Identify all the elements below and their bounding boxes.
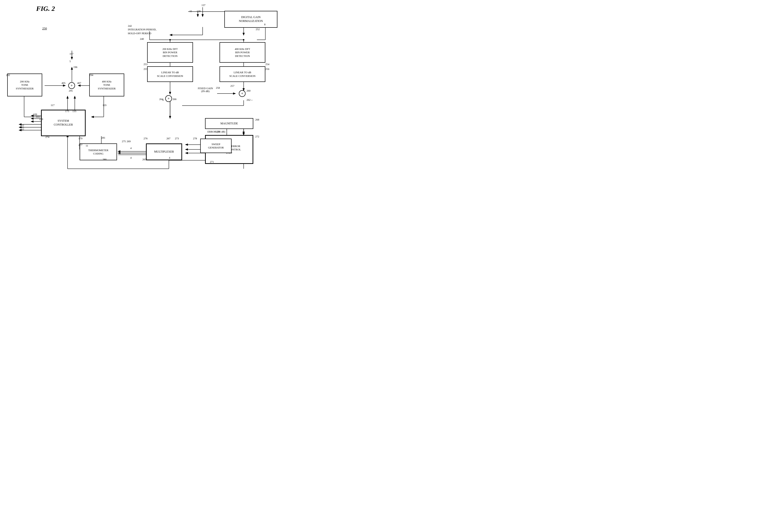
ref-294: 294 <box>89 74 93 77</box>
sum-circle-right: + <box>239 90 246 97</box>
sum-circle-tone: + <box>68 82 75 89</box>
dft-400-box: 400 KHz DFT BIN POWER DETECTION <box>220 42 265 63</box>
thermometer-box: THERMOMETER CODING <box>80 143 117 160</box>
digital-gain-box: DIGITAL GAIN NORMALIZATION <box>224 11 278 28</box>
ref-270: 270 <box>216 130 220 133</box>
multiplexer-box: MULTIPLEXER <box>146 143 182 160</box>
plus-sign-left: + <box>162 98 164 102</box>
ref-11: 11 <box>86 144 88 147</box>
ref-8: 8 <box>264 23 265 26</box>
ref-256: 256 <box>265 68 269 71</box>
ref-139: 139 <box>197 10 201 13</box>
minus-sign-right: − <box>251 98 253 102</box>
ref-197: 197 <box>70 52 74 55</box>
figure-title: FIG. 2 <box>36 5 55 13</box>
ref-281: 281 <box>101 136 105 139</box>
ref-267: 267 <box>166 137 171 140</box>
ref-278: 278 <box>193 137 197 140</box>
sweep-gen-box: SWEEP GENERATOR <box>200 139 232 153</box>
ref-274: 274 <box>45 135 49 138</box>
dft-200-box: 200 KHz DFT BIN POWER DETECTION <box>147 42 193 63</box>
ref-265: 265 <box>142 158 146 161</box>
magnitude-box: MAGNITUDE <box>205 118 253 129</box>
ref-5: 5 <box>70 60 71 63</box>
ref-260: 260 <box>246 89 251 92</box>
ref-107: 107 <box>20 128 24 131</box>
ref-135: 135 <box>72 110 77 113</box>
ref-272: 272 <box>255 135 259 138</box>
integration-label: 242 INTEGRATION PERIOD, HOLD-OFF PERIOD <box>128 24 156 35</box>
ref-240: 240 <box>140 37 144 40</box>
svg-point-8 <box>243 39 244 40</box>
ref-275: 275 <box>122 140 126 143</box>
tone-200-box: 200 KHz TONE SYNTHESIZER <box>7 74 42 97</box>
ref-273: 273 <box>175 137 179 140</box>
linear-db-right-box: LINEAR TO dB SCALE CONVERSION <box>220 66 265 82</box>
ref-292: 292 <box>6 74 10 77</box>
fixed-gain-label: FIXED GAIN (IN dB) <box>198 87 213 93</box>
ref-405: 405 <box>62 82 66 84</box>
ref-280: 280 <box>103 158 107 161</box>
linear-db-left-box: LINEAR TO dB SCALE CONVERSION <box>147 66 193 82</box>
ref-250: 250 <box>42 26 47 30</box>
ref-295: 295 <box>69 89 73 92</box>
ref-407: 407 <box>77 82 81 84</box>
ref-175: 175 <box>65 110 69 113</box>
ref-196: 196 <box>73 65 78 69</box>
sum-circle-left: + <box>165 95 172 102</box>
ref-4a: 4 <box>130 147 132 149</box>
diagram: FIG. 2 250 DIGITAL GAIN NORMALIZATION 24… <box>0 0 290 198</box>
ref-266: 266 <box>173 98 177 101</box>
system-controller-box: SYSTEM CONTROLLER <box>41 110 86 136</box>
tone-400-box: 400 KHz TONE SYNTHESIZER <box>89 74 124 97</box>
ref-268: 268 <box>255 118 259 121</box>
ref-255: 255 <box>143 68 148 71</box>
ref-253: 253 <box>143 63 148 65</box>
ref-179: 179 <box>78 137 83 140</box>
ref-119: 119 <box>103 104 106 107</box>
ref-276: 276 <box>143 137 148 140</box>
ref-117: 117 <box>51 104 54 107</box>
ref-258: 258 <box>216 86 220 89</box>
ref-137: 137 <box>201 4 206 6</box>
ref-4b: 4 <box>130 156 132 159</box>
svg-point-7 <box>170 39 171 40</box>
ref-252: 252 <box>256 28 260 31</box>
ref-277: 277 <box>78 143 83 146</box>
ref-271: 271 <box>210 160 214 163</box>
ref-257: 257 <box>230 84 234 87</box>
ref-262: 262 <box>246 98 251 101</box>
ref-4c: 4 <box>169 156 170 159</box>
ref-129: 129 <box>39 118 43 121</box>
ref-269: 269 <box>127 140 131 143</box>
ref-254: 254 <box>265 63 269 65</box>
ref-15: 15 <box>189 10 192 13</box>
